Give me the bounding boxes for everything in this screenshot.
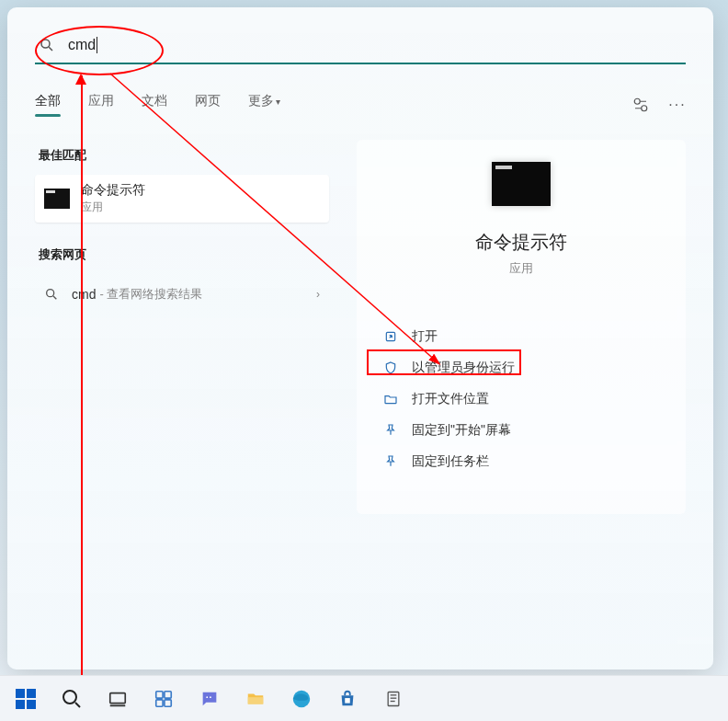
- chat-button[interactable]: [189, 681, 230, 717]
- svg-line-9: [75, 703, 80, 707]
- svg-rect-20: [345, 698, 350, 704]
- taskbar: [0, 675, 728, 721]
- search-icon: [44, 287, 59, 302]
- svg-rect-10: [110, 692, 126, 703]
- windows-logo-icon: [16, 689, 36, 709]
- action-pin-to-start[interactable]: 固定到"开始"屏幕: [357, 415, 686, 446]
- results-left-column: 最佳匹配 命令提示符 应用 搜索网页 cmd - 查看网络搜索结果 ›: [35, 140, 329, 514]
- web-search-item[interactable]: cmd - 查看网络搜索结果 ›: [35, 274, 329, 315]
- folder-icon: [382, 391, 399, 407]
- app-large-icon: [492, 162, 551, 206]
- pin-icon: [382, 453, 399, 470]
- web-search-query: cmd: [72, 287, 96, 302]
- best-match-item[interactable]: 命令提示符 应用: [35, 175, 329, 223]
- web-search-hint: - 查看网络搜索结果: [99, 286, 202, 303]
- edge-button[interactable]: [281, 681, 322, 717]
- svg-point-3: [642, 106, 647, 111]
- ellipsis-icon[interactable]: ···: [669, 97, 686, 113]
- svg-rect-21: [388, 692, 399, 705]
- pin-icon: [382, 422, 399, 439]
- annotation-box-run-as-admin: [367, 349, 521, 375]
- svg-rect-13: [165, 691, 171, 697]
- widgets-button[interactable]: [143, 681, 184, 717]
- svg-rect-15: [165, 699, 171, 705]
- search-options-icon[interactable]: [632, 97, 649, 113]
- explorer-button[interactable]: [235, 681, 276, 717]
- taskbar-search-button[interactable]: [51, 681, 92, 717]
- annotation-ellipse: [35, 26, 164, 75]
- task-view-button[interactable]: [97, 681, 138, 717]
- svg-point-4: [47, 290, 54, 297]
- action-pin-start-label: 固定到"开始"屏幕: [412, 422, 511, 439]
- action-open-label: 打开: [412, 328, 438, 345]
- action-open-file-location[interactable]: 打开文件位置: [357, 383, 686, 415]
- app-name: 命令提示符: [475, 230, 567, 255]
- svg-rect-14: [156, 699, 163, 705]
- action-pin-to-taskbar[interactable]: 固定到任务栏: [357, 446, 686, 477]
- svg-line-5: [53, 296, 56, 299]
- details-right-column: 命令提示符 应用 打开 以管理员身份运行: [357, 140, 686, 514]
- svg-point-2: [634, 98, 640, 104]
- annotation-arrowhead-up: [75, 74, 86, 85]
- search-tabs: 全部 应用 文档 网页 更多▾ ···: [35, 88, 686, 121]
- svg-point-17: [210, 696, 211, 698]
- app-type: 应用: [509, 260, 533, 277]
- tab-web[interactable]: 网页: [195, 93, 221, 117]
- action-pin-taskbar-label: 固定到任务栏: [412, 453, 489, 470]
- start-button[interactable]: [6, 681, 46, 717]
- annotation-line-vertical: [81, 75, 83, 677]
- best-match-type: 应用: [81, 200, 145, 215]
- svg-rect-11: [110, 704, 126, 706]
- tab-apps[interactable]: 应用: [88, 93, 114, 117]
- open-icon: [382, 328, 399, 345]
- app-button[interactable]: [373, 681, 414, 717]
- store-button[interactable]: [327, 681, 368, 717]
- tab-documents[interactable]: 文档: [142, 93, 167, 117]
- svg-point-8: [63, 691, 76, 704]
- tab-more[interactable]: 更多▾: [248, 93, 280, 117]
- cmd-thumb-icon: [44, 189, 70, 209]
- action-list: 打开 以管理员身份运行 打开文件位置: [357, 321, 686, 477]
- chevron-right-icon: ›: [316, 288, 320, 301]
- svg-point-16: [206, 696, 208, 698]
- tab-all[interactable]: 全部: [35, 93, 61, 117]
- svg-rect-18: [248, 697, 264, 704]
- action-open[interactable]: 打开: [357, 321, 686, 352]
- chevron-down-icon: ▾: [276, 97, 280, 107]
- svg-rect-12: [156, 691, 163, 697]
- action-open-location-label: 打开文件位置: [412, 391, 489, 407]
- windows-search-panel: cmd 全部 应用 文档 网页 更多▾ ··· 最佳匹配 命令提示符 应用 搜索…: [7, 7, 713, 670]
- best-match-name: 命令提示符: [81, 182, 145, 199]
